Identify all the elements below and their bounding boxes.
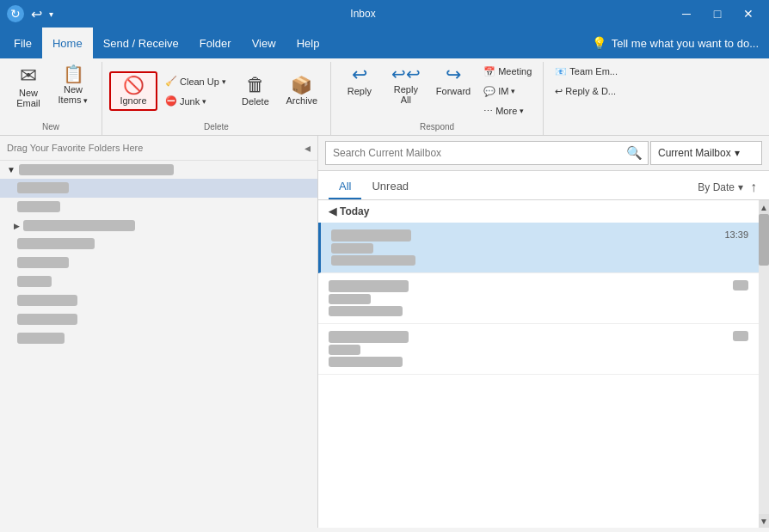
- tab-all[interactable]: All: [329, 174, 361, 199]
- email-3-time: [733, 331, 748, 341]
- email-1-sender: [331, 229, 748, 242]
- sidebar-item-sent[interactable]: [0, 291, 317, 310]
- search-input-wrap: [325, 141, 621, 165]
- ignore-button[interactable]: 🚫 Ignore: [109, 71, 157, 111]
- delete-button[interactable]: 🗑 Delete: [234, 72, 277, 110]
- outbox-label: [17, 333, 65, 344]
- window-controls: ─ □ ✕: [673, 0, 762, 28]
- cleanup-icon: 🧹: [165, 76, 177, 87]
- reply-all-button[interactable]: ↩↩ ReplyAll: [384, 62, 428, 108]
- search-button[interactable]: 🔍: [621, 141, 649, 165]
- delete-icon: 🗑: [246, 76, 265, 95]
- new-email-button[interactable]: ✉ NewEmail: [7, 62, 50, 112]
- email-item-2[interactable]: [318, 273, 759, 324]
- email-1-preview: [331, 255, 748, 266]
- scrollbar-down-arrow[interactable]: ▼: [759, 514, 769, 528]
- new-items-label: NewItems ▾: [58, 84, 89, 105]
- delete-label: Delete: [242, 96, 269, 107]
- scrollbar-up-arrow[interactable]: ▲: [759, 200, 769, 214]
- sidebar-item-groups[interactable]: [0, 254, 317, 272]
- menu-send-receive[interactable]: Send / Receive: [93, 28, 189, 58]
- archive-button[interactable]: 📦 Archive: [280, 73, 323, 109]
- sidebar-item-deleted[interactable]: [0, 235, 317, 254]
- team-email-label: Team Em...: [569, 66, 618, 76]
- sidebar-account[interactable]: ▼: [0, 161, 317, 179]
- maximize-button[interactable]: □: [704, 0, 731, 28]
- mailbox-dropdown-arrow: ▾: [735, 147, 740, 159]
- mailbox-dropdown[interactable]: Current Mailbox ▾: [650, 141, 762, 165]
- tell-me-bar[interactable]: 💡 Tell me what you want to do...: [585, 28, 766, 58]
- forward-button[interactable]: ↪ Forward: [431, 62, 476, 100]
- reply-label: Reply: [348, 86, 372, 96]
- new-group-buttons: ✉ NewEmail 📋 NewItems ▾: [7, 62, 95, 120]
- menu-folder[interactable]: Folder: [189, 28, 242, 58]
- menu-file[interactable]: File: [3, 28, 42, 58]
- menu-view[interactable]: View: [242, 28, 286, 58]
- more-label: More: [495, 106, 517, 116]
- app-body: Drag Your Favorite Folders Here ◂ ▼ ▶: [0, 136, 769, 528]
- sort-label: By Date: [698, 181, 735, 193]
- sidebar: Drag Your Favorite Folders Here ◂ ▼ ▶: [0, 136, 318, 528]
- sidebar-collapse-icon[interactable]: ◂: [305, 141, 311, 155]
- delete-group-buttons: 🚫 Ignore 🧹 Clean Up ▾ ⛔ Junk ▾ 🗑 De: [109, 62, 323, 120]
- email-item-3[interactable]: [318, 324, 759, 375]
- meeting-label: Meeting: [498, 66, 532, 76]
- today-group-header: ◀ Today: [318, 200, 759, 223]
- sidebar-item-inbox[interactable]: [0, 179, 317, 198]
- minimize-button[interactable]: ─: [673, 0, 700, 28]
- forward-label: Forward: [436, 86, 471, 96]
- sidebar-item-outbox[interactable]: [0, 329, 317, 348]
- refresh-icon[interactable]: ↻: [7, 5, 24, 22]
- im-button[interactable]: 💬 IM ▾: [479, 82, 536, 101]
- search-input[interactable]: [333, 147, 614, 159]
- email-item-1[interactable]: 13:39: [318, 223, 759, 273]
- cleanup-label: Clean Up: [180, 76, 219, 87]
- menu-home[interactable]: Home: [42, 28, 93, 58]
- email-1-subject: [331, 243, 748, 254]
- account-collapse-arrow: ▼: [7, 165, 15, 174]
- ribbon-group-quick-steps: 📧 Team Em... ↩ Reply & D...: [544, 62, 629, 135]
- team-email-button[interactable]: 📧 Team Em...: [551, 62, 622, 81]
- junk-button[interactable]: ⛔ Junk ▾: [161, 92, 231, 111]
- ignore-icon: 🚫: [123, 76, 145, 94]
- more-button[interactable]: ⋯ More ▾: [479, 101, 536, 120]
- drafts2-label: [17, 276, 52, 287]
- reply-delete-icon: ↩: [555, 86, 563, 97]
- title-bar: ↻ ↩ ▾ Inbox ─ □ ✕: [0, 0, 769, 28]
- email-2-time: [733, 280, 748, 290]
- menu-help[interactable]: Help: [286, 28, 330, 58]
- ribbon: ✉ NewEmail 📋 NewItems ▾ New 🚫 Ignore 🧹 C…: [0, 58, 769, 136]
- email-3-subject: [329, 345, 748, 355]
- cleanup-button[interactable]: 🧹 Clean Up ▾: [161, 72, 231, 91]
- scrollbar-thumb[interactable]: [759, 214, 769, 266]
- more-arrow: ▾: [520, 107, 524, 115]
- delete-group-label: Delete: [109, 120, 323, 131]
- new-items-button[interactable]: 📋 NewItems ▾: [52, 62, 95, 108]
- close-button[interactable]: ✕: [735, 0, 762, 28]
- new-email-icon: ✉: [20, 65, 37, 86]
- inbox-label: [17, 182, 69, 193]
- reply-delete-button[interactable]: ↩ Reply & D...: [551, 82, 622, 101]
- quick-steps-stack: 📧 Team Em... ↩ Reply & D...: [551, 62, 622, 101]
- sort-direction-button[interactable]: ↑: [748, 178, 759, 197]
- sort-control[interactable]: By Date ▾: [692, 178, 748, 197]
- archive-icon: 📦: [291, 76, 312, 94]
- search-bar: 🔍 Current Mailbox ▾: [318, 136, 769, 171]
- new-items-icon: 📋: [63, 65, 84, 83]
- reply-button[interactable]: ↩ Reply: [338, 62, 381, 100]
- undo-icon[interactable]: ↩: [31, 6, 42, 22]
- sidebar-item-sent2[interactable]: [0, 310, 317, 329]
- favorites-label: Drag Your Favorite Folders Here: [7, 143, 143, 153]
- sidebar-item-drafts[interactable]: [0, 198, 317, 217]
- tab-unread[interactable]: Unread: [361, 174, 419, 199]
- sidebar-item-conversation[interactable]: ▶: [0, 217, 317, 235]
- cleanup-arrow: ▾: [222, 77, 226, 86]
- meeting-button[interactable]: 📅 Meeting: [479, 62, 536, 81]
- email-list: ◀ Today: [318, 200, 759, 528]
- app-title: Inbox: [53, 8, 673, 20]
- forward-icon: ↪: [446, 65, 461, 84]
- drafts-label: [17, 201, 60, 212]
- title-bar-left: ↻ ↩ ▾: [7, 5, 53, 22]
- more-icon: ⋯: [483, 106, 493, 117]
- sidebar-item-drafts2[interactable]: [0, 272, 317, 291]
